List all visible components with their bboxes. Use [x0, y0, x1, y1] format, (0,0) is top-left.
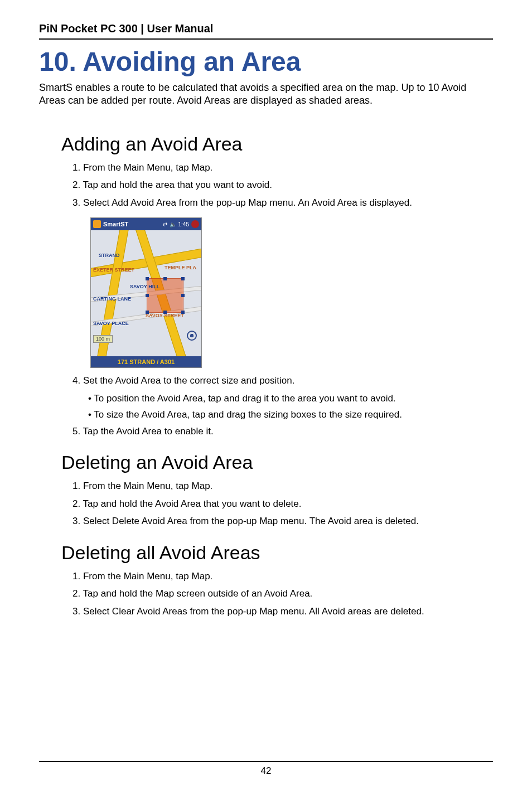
speaker-icon: 🔈	[170, 221, 176, 227]
map-canvas: STRAND EXETER STREET TEMPLE PLA SAVOY HI…	[91, 230, 201, 356]
page-header: PiN Pocket PC 300 | User Manual	[39, 22, 493, 40]
step-text: 3. Select Add Avoid Area from the pop-up…	[72, 196, 493, 210]
street-label: SAVOY PLACE	[93, 321, 129, 326]
clock-text: 1:45	[178, 221, 189, 227]
intro-paragraph: SmartS enables a route to be calculated …	[39, 81, 493, 108]
step-text: 2. Tap and hold the Map screen outside o…	[72, 587, 493, 601]
section-adding-title: Adding an Avoid Area	[61, 133, 493, 155]
street-label: EXETER STREET	[93, 267, 134, 273]
street-label: SAVOY STREET	[146, 313, 184, 318]
map-scale: 100 m	[93, 335, 113, 343]
street-label: TEMPLE PLA	[165, 265, 196, 270]
step-text: 3. Select Clear Avoid Areas from the pop…	[72, 604, 493, 619]
substep-text: • To size the Avoid Area, tap and drag t…	[88, 408, 493, 422]
app-title: SmartST	[103, 221, 128, 227]
substep-text: • To position the Avoid Area, tap and dr…	[88, 391, 493, 406]
step-text: 1. From the Main Menu, tap Map.	[72, 161, 493, 175]
section-deleting-all-title: Deleting all Avoid Areas	[61, 542, 493, 564]
step-text: 1. From the Main Menu, tap Map.	[72, 479, 493, 493]
step-text: 3. Select Delete Avoid Area from the pop…	[72, 514, 493, 529]
adding-steps-cont: 4. Set the Avoid Area to the correct siz…	[72, 374, 493, 442]
app-logo-icon	[93, 220, 101, 228]
street-label: CARTING LANE	[93, 296, 131, 302]
screenshot-bottombar: 171 STRAND / A301	[91, 356, 201, 367]
street-label: STRAND	[99, 253, 120, 258]
deleting-steps: 1. From the Main Menu, tap Map. 2. Tap a…	[72, 479, 493, 532]
step-text: 2. Tap and hold the Avoid Area that you …	[72, 497, 493, 511]
signal-icon: ⇄	[163, 221, 167, 227]
step-text: 4. Set the Avoid Area to the correct siz…	[72, 374, 493, 388]
status-icons: ⇄ 🔈 1:45	[163, 221, 189, 227]
step-text: 1. From the Main Menu, tap Map.	[72, 569, 493, 584]
step-text: 5. Tap the Avoid Area to enable it.	[72, 424, 493, 439]
close-icon	[191, 220, 199, 228]
crosshair-icon	[187, 331, 197, 341]
adding-steps: 1. From the Main Menu, tap Map. 2. Tap a…	[72, 161, 493, 214]
step-text: 2. Tap and hold the area that you want t…	[72, 178, 493, 192]
section-deleting-title: Deleting an Avoid Area	[61, 452, 493, 473]
screenshot-titlebar: SmartST ⇄ 🔈 1:45	[91, 218, 201, 230]
map-screenshot: SmartST ⇄ 🔈 1:45	[90, 217, 202, 368]
deleting-all-steps: 1. From the Main Menu, tap Map. 2. Tap a…	[72, 569, 493, 622]
street-label: SAVOY HILL	[130, 284, 159, 289]
chapter-title: 10. Avoiding an Area	[39, 47, 493, 77]
page-number: 42	[39, 761, 493, 777]
